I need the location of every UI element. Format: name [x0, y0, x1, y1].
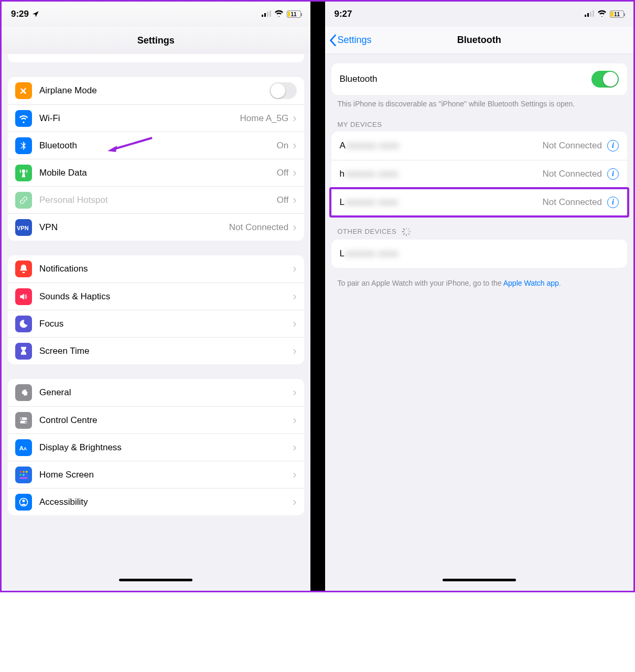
- row-label: Home Screen: [39, 470, 293, 480]
- bluetooth-toggle[interactable]: [591, 71, 619, 88]
- row-label: Personal Hotspot: [39, 195, 277, 205]
- airplane-icon: [15, 82, 32, 99]
- person-icon: [15, 494, 32, 511]
- settings-row-control[interactable]: Control Centre›: [8, 406, 304, 433]
- info-icon[interactable]: i: [607, 197, 619, 208]
- svg-rect-22: [585, 15, 586, 17]
- row-label: VPN: [39, 222, 229, 233]
- pair-caption: To pair an Apple Watch with your iPhone,…: [338, 278, 621, 288]
- settings-screen: 9:29 11 Settings: [2, 2, 310, 591]
- device-row[interactable]: Lxxxxxx xxxx: [331, 240, 628, 268]
- row-label: Accessibility: [39, 497, 293, 507]
- my-devices-list: Axxxxxx xxxxNot Connectedihxxxxxx xxxxNo…: [331, 132, 628, 216]
- device-row[interactable]: hxxxxxx xxxxNot Connectedi: [331, 160, 628, 188]
- hourglass-icon: [15, 343, 32, 360]
- grid-icon: [15, 467, 32, 483]
- battery-icon: 11: [610, 10, 624, 18]
- device-name: hxxxxxx xxxx: [340, 169, 543, 179]
- row-value: Home A_5G: [240, 113, 289, 124]
- nav-header: Settings Bluetooth: [325, 27, 634, 54]
- status-bar: 9:27 11: [325, 2, 634, 27]
- moon-icon: [15, 316, 32, 332]
- device-status: Not Connected: [543, 140, 602, 151]
- device-row[interactable]: Lxxxxxx xxxxNot Connectedi: [331, 188, 628, 216]
- svg-rect-3: [270, 10, 271, 17]
- apple-watch-app-link[interactable]: Apple Watch app: [503, 279, 559, 287]
- row-label: Display & Brightness: [39, 442, 293, 453]
- settings-row-vpn[interactable]: VPNVPNNot Connected›: [8, 213, 304, 241]
- info-icon[interactable]: i: [607, 140, 619, 151]
- switches-icon: [15, 412, 32, 429]
- link-icon: [15, 192, 32, 209]
- chevron-right-icon: ›: [293, 495, 296, 509]
- spinner-icon: [402, 227, 411, 236]
- settings-row-hotspot[interactable]: Personal HotspotOff›: [8, 186, 304, 213]
- settings-row-sounds[interactable]: Sounds & Haptics›: [8, 283, 304, 310]
- row-label: Notifications: [39, 264, 293, 274]
- chevron-right-icon: ›: [293, 193, 296, 207]
- row-label: General: [39, 387, 293, 398]
- page-title: Bluetooth: [457, 35, 501, 46]
- svg-rect-8: [20, 418, 22, 419]
- svg-rect-15: [26, 471, 27, 472]
- wifi-status-icon: [597, 9, 607, 19]
- home-indicator[interactable]: [443, 579, 516, 581]
- partial-group: [8, 54, 304, 62]
- chevron-right-icon: ›: [293, 414, 296, 427]
- my-devices-header: MY DEVICES: [338, 121, 621, 128]
- vpn-icon: VPN: [15, 219, 32, 236]
- row-value: Not Connected: [229, 222, 288, 233]
- svg-point-21: [23, 500, 25, 502]
- other-devices-header: OTHER DEVICES: [338, 227, 621, 236]
- svg-rect-14: [23, 471, 24, 472]
- svg-text:VPN: VPN: [17, 225, 29, 231]
- bell-icon: [15, 261, 32, 277]
- svg-rect-25: [593, 10, 594, 17]
- chevron-right-icon: ›: [293, 139, 296, 153]
- settings-row-focus[interactable]: Focus›: [8, 310, 304, 337]
- row-label: Control Centre: [39, 415, 293, 426]
- settings-row-bluetooth[interactable]: BluetoothOn›: [8, 132, 304, 159]
- settings-row-mobile[interactable]: Mobile DataOff›: [8, 159, 304, 186]
- home-indicator[interactable]: [119, 579, 192, 581]
- settings-row-home[interactable]: Home Screen›: [8, 461, 304, 488]
- settings-row-access[interactable]: Accessibility›: [8, 488, 304, 515]
- svg-rect-2: [267, 12, 268, 17]
- other-devices-list: Lxxxxxx xxxx: [331, 240, 628, 268]
- chevron-right-icon: ›: [293, 262, 296, 276]
- speaker-icon: [15, 288, 32, 305]
- cellular-icon: [585, 9, 594, 19]
- discoverable-caption: This iPhone is discoverable as "iPhone" …: [338, 99, 621, 109]
- status-time: 9:27: [335, 9, 352, 19]
- row-label: Wi-Fi: [39, 113, 240, 124]
- back-button[interactable]: Settings: [329, 35, 372, 46]
- row-label: Screen Time: [39, 346, 293, 356]
- settings-row-wifi[interactable]: Wi-FiHome A_5G›: [8, 104, 304, 132]
- bluetooth-toggle-row[interactable]: Bluetooth: [331, 63, 628, 95]
- device-status: Not Connected: [543, 197, 602, 208]
- wifi-icon: [15, 110, 32, 127]
- chevron-right-icon: ›: [293, 221, 296, 234]
- location-arrow-icon: [32, 10, 39, 18]
- bluetooth-icon: [15, 137, 32, 154]
- device-name: Lxxxxxx xxxx: [340, 248, 619, 259]
- settings-row-display[interactable]: AADisplay & Brightness›: [8, 433, 304, 461]
- settings-row-airplane[interactable]: Airplane Mode: [8, 77, 304, 104]
- svg-rect-23: [587, 13, 589, 17]
- chevron-right-icon: ›: [293, 112, 296, 125]
- settings-row-screen[interactable]: Screen Time›: [8, 337, 304, 364]
- info-icon[interactable]: i: [607, 168, 619, 180]
- settings-row-general[interactable]: General›: [8, 379, 304, 406]
- settings-row-notif[interactable]: Notifications›: [8, 255, 304, 283]
- chevron-right-icon: ›: [293, 317, 296, 331]
- device-row[interactable]: Axxxxxx xxxxNot Connectedi: [331, 132, 628, 160]
- gear-icon: [15, 384, 32, 401]
- row-value: On: [276, 140, 288, 151]
- svg-rect-17: [23, 474, 24, 475]
- svg-rect-19: [20, 477, 28, 479]
- device-name: Lxxxxxx xxxx: [340, 197, 543, 208]
- row-label: Mobile Data: [39, 168, 277, 178]
- cellular-icon: [262, 9, 271, 19]
- status-time: 9:29: [11, 9, 29, 19]
- airplane-toggle[interactable]: [270, 82, 297, 99]
